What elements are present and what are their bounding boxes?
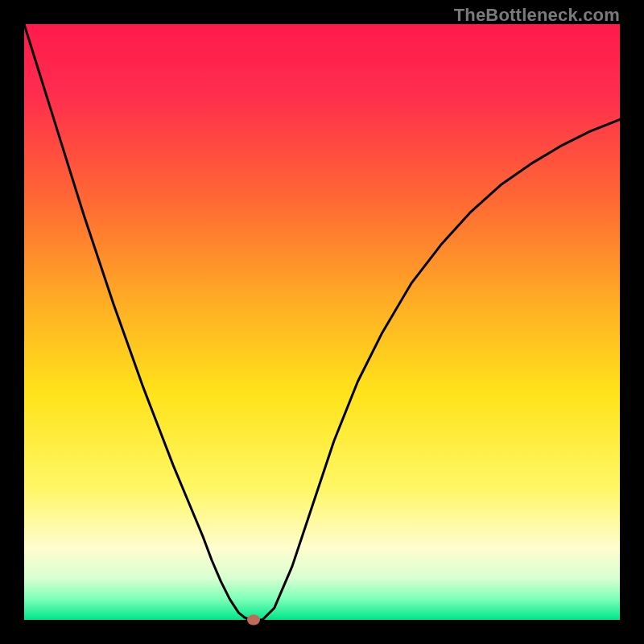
optimal-point-marker [247, 615, 260, 625]
chart-container: TheBottleneck.com [0, 0, 644, 644]
watermark-text: TheBottleneck.com [454, 5, 620, 26]
plot-area [24, 24, 620, 620]
bottleneck-curve [24, 24, 620, 620]
